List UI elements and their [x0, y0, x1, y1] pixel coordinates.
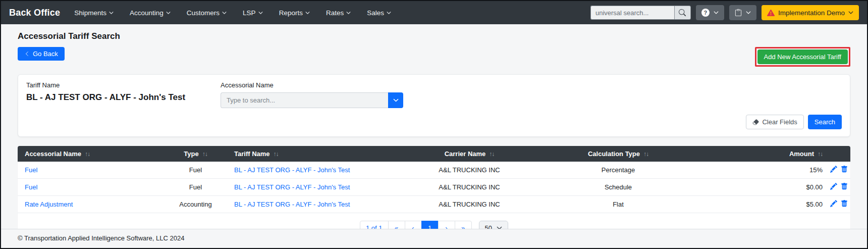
page-size-select[interactable]: 50 — [479, 221, 508, 229]
page-size-value: 50 — [485, 224, 492, 229]
nav-item-label: Sales — [367, 9, 384, 17]
table-row: Fuel Fuel BL - AJ TEST ORG - ALYF - John… — [18, 179, 850, 196]
search-icon — [679, 9, 686, 16]
clear-fields-label: Clear Fields — [762, 118, 797, 126]
accessorial-name-link[interactable]: Fuel — [25, 166, 37, 174]
tariff-name-link[interactable]: BL - AJ TEST ORG - ALYF - John's Test — [234, 201, 350, 208]
pager: 1 of 1 « ‹ 1 › » — [360, 221, 472, 229]
nav-item-sales[interactable]: Sales — [367, 9, 391, 17]
page-actions-row: Go Back Add New Accessorial Tariff — [18, 47, 850, 67]
go-back-button[interactable]: Go Back — [18, 47, 65, 61]
navbar-right-group: ? Implementation Demo — [590, 5, 859, 20]
sort-icon: ↑↓ — [274, 151, 279, 158]
last-page-button[interactable]: » — [455, 221, 472, 229]
page-title: Accessorial Tariff Search — [18, 31, 850, 41]
tariff-name-field: Tariff Name BL - AJ TEST ORG - ALYF - Jo… — [26, 81, 221, 108]
delete-button[interactable] — [841, 200, 848, 209]
column-label: Tariff Name — [234, 150, 270, 158]
accessorial-name-field: Accessorial Name — [221, 81, 403, 108]
add-new-accessorial-tariff-button[interactable]: Add New Accessorial Tariff — [757, 49, 848, 64]
results-table-card: Accessorial Name↑↓ Type↑↓ Tariff Name↑↓ … — [18, 146, 850, 229]
universal-search-input[interactable] — [590, 6, 674, 20]
chevron-down-icon — [387, 11, 391, 15]
delete-button[interactable] — [841, 166, 848, 174]
column-header-accessorial-name[interactable]: Accessorial Name↑↓ — [18, 146, 164, 162]
clipboard-menu-button[interactable] — [729, 5, 756, 20]
accessorial-name-input[interactable] — [221, 92, 388, 108]
calculation-type-cell: Percentage — [517, 162, 719, 179]
tariff-name-link[interactable]: BL - AJ TEST ORG - ALYF - John's Test — [234, 183, 350, 191]
chevron-down-icon — [222, 11, 227, 15]
pencil-icon — [830, 166, 837, 174]
accessorial-name-link[interactable]: Fuel — [25, 183, 37, 191]
search-button[interactable]: Search — [808, 115, 842, 129]
column-header-actions — [828, 146, 850, 162]
column-label: Amount — [789, 150, 814, 158]
universal-search-group — [590, 6, 691, 20]
page-summary: 1 of 1 — [360, 221, 389, 229]
table-header-row: Accessorial Name↑↓ Type↑↓ Tariff Name↑↓ … — [18, 146, 850, 162]
accessorial-name-dropdown-button[interactable] — [388, 92, 403, 108]
nav-item-reports[interactable]: Reports — [279, 9, 310, 17]
help-menu-button[interactable]: ? — [696, 5, 724, 20]
app-brand[interactable]: Back Office — [9, 8, 60, 18]
next-page-button[interactable]: › — [438, 221, 455, 229]
carrier-name-cell: A&L TRUCKING INC — [421, 162, 517, 179]
type-cell: Fuel — [164, 162, 227, 179]
nav-item-accounting[interactable]: Accounting — [130, 9, 171, 17]
chevron-down-icon — [305, 11, 310, 15]
type-cell: Accounting — [164, 196, 227, 213]
sort-icon: ↑↓ — [85, 151, 90, 158]
red-annotation-highlight: Add New Accessorial Tariff — [755, 47, 850, 67]
current-page-button[interactable]: 1 — [421, 221, 439, 229]
first-page-button[interactable]: « — [388, 221, 405, 229]
column-header-calculation-type[interactable]: Calculation Type↑↓ — [517, 146, 719, 162]
pagination-bar: 1 of 1 « ‹ 1 › » 50 — [18, 213, 850, 229]
row-actions — [833, 166, 845, 174]
environment-menu-button[interactable]: Implementation Demo — [762, 5, 859, 20]
column-header-carrier-name[interactable]: Carrier Name↑↓ — [421, 146, 517, 162]
nav-item-shipments[interactable]: Shipments — [74, 9, 114, 17]
delete-button[interactable] — [841, 183, 848, 191]
nav-item-rates[interactable]: Rates — [326, 9, 351, 17]
chevron-down-icon — [166, 11, 171, 15]
chevron-down-icon — [848, 10, 853, 15]
chevron-down-icon — [393, 97, 399, 103]
previous-page-button[interactable]: ‹ — [405, 221, 422, 229]
nav-item-label: Accounting — [130, 9, 164, 17]
nav-item-customers[interactable]: Customers — [187, 9, 227, 17]
clear-fields-button[interactable]: Clear Fields — [746, 115, 803, 129]
column-label: Calculation Type — [588, 150, 640, 158]
trash-icon — [841, 183, 848, 191]
row-actions — [833, 183, 845, 191]
edit-button[interactable] — [830, 166, 837, 174]
tariff-name-link[interactable]: BL - AJ TEST ORG - ALYF - John's Test — [234, 166, 350, 174]
amount-cell: 15% — [719, 162, 828, 179]
tariff-name-value: BL - AJ TEST ORG - ALYF - John's Test — [26, 92, 221, 103]
column-label: Carrier Name — [445, 150, 486, 158]
eraser-icon — [752, 119, 759, 125]
calculation-type-cell: Flat — [517, 196, 719, 213]
column-header-type[interactable]: Type↑↓ — [164, 146, 227, 162]
edit-button[interactable] — [830, 200, 837, 209]
edit-button[interactable] — [830, 183, 837, 191]
nav-item-label: Rates — [326, 9, 344, 17]
column-label: Accessorial Name — [25, 150, 81, 158]
column-header-amount[interactable]: Amount↑↓ — [719, 146, 828, 162]
back-office-app: Back Office Shipments Accounting Custome… — [0, 0, 868, 249]
sort-icon: ↑↓ — [489, 151, 494, 158]
accessorial-name-input-group — [221, 92, 403, 108]
universal-search-button[interactable] — [674, 6, 691, 20]
chevron-down-icon — [258, 11, 263, 15]
carrier-name-cell: A&L TRUCKING INC — [421, 196, 517, 213]
accessorial-name-link[interactable]: Rate Adjustment — [25, 201, 73, 208]
go-back-label: Go Back — [33, 50, 58, 58]
warning-triangle-icon — [767, 9, 775, 17]
accessorial-name-label: Accessorial Name — [221, 81, 403, 89]
nav-item-lsp[interactable]: LSP — [243, 9, 263, 17]
carrier-name-cell: A&L TRUCKING INC — [421, 179, 517, 196]
table-row: Fuel Fuel BL - AJ TEST ORG - ALYF - John… — [18, 162, 850, 179]
main-menu: Shipments Accounting Customers LSP Repor… — [74, 9, 391, 17]
help-icon: ? — [701, 9, 710, 17]
column-header-tariff-name[interactable]: Tariff Name↑↓ — [227, 146, 421, 162]
